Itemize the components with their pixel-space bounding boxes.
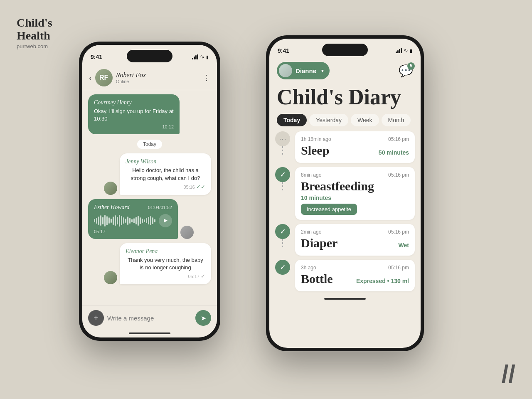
notification-icon[interactable]: 💬 5 [399,64,413,78]
voice-message-bubble: Esther Howard 01:04/01:52 [88,199,178,239]
entry-meta-bottle: 3h ago 05:16 pm [301,265,409,271]
timeline-icon-sleep: ⋯ [275,131,290,146]
user-pill-name: Dianne [296,67,316,74]
right-status-time: 9:41 [278,47,289,54]
wifi-icon: ∿ [200,54,204,60]
entry-ago-bottle: 3h ago [301,265,316,271]
timeline-icon-breastfeeding: ✓ [275,167,290,182]
message-bubble-received: Jenny Wilson Hello doctor, the child has… [120,153,211,195]
message-input[interactable] [107,315,192,322]
message-row-jenny: Jenny Wilson Hello doctor, the child has… [88,153,211,195]
entry-row-bottle: ✓ 3h ago 05:16 pm Bottle Expressed • 130… [275,260,415,296]
timeline-line-diaper [282,239,283,247]
diary-title: Child's Diary [269,82,421,114]
timeline-col-breastfeeding: ✓ [275,167,290,190]
chat-contact-name: Robert Fox [116,71,200,79]
chat-contact-avatar: RF [95,69,113,86]
timeline-col-sleep: ⋯ [275,131,290,155]
user-pill[interactable]: Dianne ▼ [277,62,330,79]
message-author: Jenny Wilson [126,158,205,165]
brand-logo: Child's Health purrweb.com [17,17,52,49]
diary-top-nav: Dianne ▼ 💬 5 [269,59,421,82]
left-phone-screen: 9:41 ∿ ▮ ‹ RF [82,45,217,337]
entry-clock-sleep: 05:16 pm [388,136,409,142]
date-divider-label: Today [137,140,162,149]
tab-today[interactable]: Today [277,114,307,126]
chat-contact-status: Online [116,79,200,84]
tab-month[interactable]: Month [382,114,411,126]
send-button[interactable]: ➤ [195,310,211,326]
right-status-icons: ∿ ▮ [396,47,412,54]
check-marks: ✓✓ [196,184,205,190]
message-time: 05:16 ✓✓ [126,184,205,190]
check-mark-single: ✓ [201,273,205,279]
battery-icon-right: ▮ [410,48,412,54]
more-options-button[interactable]: ⋮ [203,73,210,82]
entry-type-breastfeeding: Breastfeeding [301,179,409,194]
message-time: 05:17 ✓ [126,273,205,279]
timeline-icon-diaper: ✓ [275,224,290,239]
timeline-line-sleep [282,146,283,155]
message-row-courtney: Courtney Henry Okay, I'll sign you up fo… [88,94,211,134]
signal-icon-right [396,48,402,53]
entry-value-bottle: Expressed • 130 ml [356,278,409,284]
entry-row-sleep: ⋯ 1h 16min ago 05:16 pm Sleep 50 minutes [275,131,415,167]
brand-title: Child's Health [17,17,52,42]
timeline-col-bottle: ✓ [275,260,290,275]
entry-card-breastfeeding: 8min ago 05:16 pm Breastfeeding 10 minut… [295,167,415,220]
back-button[interactable]: ‹ [89,73,92,83]
left-status-icons: ∿ ▮ [192,54,209,60]
entry-type-diaper: Diaper [301,236,337,251]
entry-meta-breastfeeding: 8min ago 05:16 pm [301,172,409,178]
dynamic-island-left [127,50,172,62]
message-avatar [104,182,117,195]
entry-value-breastfeeding: 10 minutes [301,195,409,201]
chat-input-bar: + ➤ [82,305,217,330]
left-status-time: 9:41 [91,54,102,60]
dynamic-island-right [322,44,368,56]
home-indicator-left [129,332,170,334]
signal-icon [192,54,198,59]
entry-tag-breastfeeding: Increased appetite [301,204,357,215]
entry-card-diaper: 2min ago 05:16 pm Diaper Wet [295,224,415,256]
message-bubble-received-eleanor: Eleanor Pena Thank you very much, the ba… [120,243,211,284]
entry-clock-breastfeeding: 05:16 pm [388,172,409,178]
play-button[interactable]: ▶ [159,214,172,227]
battery-icon: ▮ [206,54,209,60]
chat-header: ‹ RF Robert Fox Online ⋮ [82,66,217,90]
right-phone-screen: 9:41 ∿ ▮ Dianne ▼ [269,39,421,348]
entry-ago-diaper: 2min ago [301,229,321,235]
tab-week[interactable]: Week [351,114,379,126]
message-row-esther: Esther Howard 01:04/01:52 [88,199,211,239]
chat-contact-info: Robert Fox Online [116,71,200,84]
entry-value-sleep: 50 minutes [379,149,409,156]
message-author: Eleanor Pena [126,248,205,255]
entry-row-diaper: ✓ 2min ago 05:16 pm Diaper Wet [275,224,415,260]
left-phone: 9:41 ∿ ▮ ‹ RF [79,42,220,341]
entry-clock-diaper: 05:16 pm [388,229,409,235]
entry-value-diaper: Wet [399,242,409,249]
date-divider: Today [88,138,211,149]
message-avatar-esther [180,226,194,239]
wifi-icon-right: ∿ [404,47,408,54]
timeline-icon-bottle: ✓ [275,260,290,275]
entry-type-bottle: Bottle [301,271,333,286]
entry-type-sleep: Sleep [301,143,329,158]
tab-yesterday[interactable]: Yesterday [309,114,348,126]
entry-ago-sleep: 1h 16min ago [301,136,331,142]
slash-decoration: // [502,362,515,387]
voice-author: Esther Howard [94,204,129,211]
waveform [94,214,155,227]
entry-meta-diaper: 2min ago 05:16 pm [301,229,409,235]
message-avatar-eleanor [104,271,117,284]
diary-entries-list: ⋯ 1h 16min ago 05:16 pm Sleep 50 minutes [269,131,421,296]
entry-row-breastfeeding: ✓ 8min ago 05:16 pm Breastfeeding 10 min… [275,167,415,224]
chat-messages-list: Courtney Henry Okay, I'll sign you up fo… [82,90,217,305]
timeline-col-diaper: ✓ [275,224,290,247]
entry-clock-bottle: 05:16 pm [388,265,409,271]
message-bubble-sent: Courtney Henry Okay, I'll sign you up fo… [88,94,180,134]
dropdown-arrow-icon: ▼ [320,69,325,73]
right-phone: 9:41 ∿ ▮ Dianne ▼ [266,35,424,351]
add-attachment-button[interactable]: + [88,310,104,326]
avatar-placeholder: RF [95,69,113,86]
